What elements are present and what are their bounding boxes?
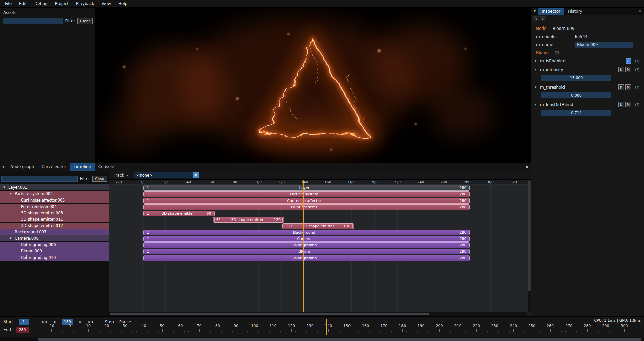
track-bar-point-renderer-1[interactable]: 1Point renderer280 <box>143 204 470 210</box>
node-id-label: m_nodeId <box>536 34 571 39</box>
viewport-3d-preview[interactable] <box>96 8 531 163</box>
inspector-close-icon[interactable]: × <box>636 9 644 14</box>
menu-item-debug[interactable]: Debug <box>31 0 51 7</box>
tab-inspector[interactable]: Inspector <box>538 8 564 15</box>
curve-button[interactable]: M <box>625 84 631 90</box>
chevron-down-icon[interactable]: ▼ <box>10 192 15 195</box>
tree-item-particle-system-002[interactable]: ▼Particle system.002 <box>0 191 109 197</box>
value-field-m-intensity[interactable]: 15.000 <box>541 75 611 81</box>
value-field-m-lensdirtblend[interactable]: 0.714 <box>541 110 611 116</box>
menu-item-playback[interactable]: Playback <box>72 0 98 7</box>
help-icon[interactable]: (?) <box>634 59 639 63</box>
ruler-tick <box>317 331 318 332</box>
panel-options-icon[interactable]: ▼ <box>0 165 7 168</box>
menu-item-project[interactable]: Project <box>51 0 72 7</box>
scrollbar-thumb[interactable] <box>38 338 641 341</box>
nav-back-button[interactable]: < <box>533 16 539 21</box>
timeline-filter-input[interactable] <box>1 176 78 182</box>
ruler-tick <box>443 331 443 332</box>
panel-options-icon[interactable]: ▼ <box>531 10 538 13</box>
help-icon[interactable]: (?) <box>634 103 639 107</box>
transport-playhead[interactable] <box>326 319 327 335</box>
assets-filter-input[interactable] <box>3 18 63 24</box>
tree-item-color-grading-010[interactable]: ▼Color grading.010 <box>0 254 109 261</box>
tree-item-bloom-009[interactable]: ▼Bloom.009 <box>0 248 109 254</box>
timeline-playhead[interactable] <box>303 180 304 312</box>
tree-item-camera-008[interactable]: ▼Camera.008 <box>0 235 109 241</box>
transport-scrollbar[interactable] <box>0 337 644 341</box>
chevron-down-icon[interactable]: ▼ <box>10 237 15 240</box>
transport-ruler-label: 300 <box>621 324 628 328</box>
tree-item-3d-shape-emitter-003[interactable]: ▼3D shape emitter.003 <box>0 210 109 216</box>
tree-item-background-007[interactable]: ▼Background.007 <box>0 229 109 235</box>
tree-item-point-renderer-004[interactable]: ▼Point renderer.004 <box>0 204 109 210</box>
tree-item-3d-shape-emitter-011[interactable]: ▼3D shape emitter.011 <box>0 216 109 222</box>
chevron-down-icon[interactable]: ▼ <box>193 172 199 178</box>
name-input[interactable]: Bloom.009 <box>575 42 633 48</box>
ruler-tick <box>55 331 55 332</box>
chevron-down-icon[interactable]: ▼ <box>535 86 540 89</box>
curve-button[interactable]: M <box>625 102 631 107</box>
ruler-tick <box>502 331 502 332</box>
tab-curve-editor[interactable]: Curve editor <box>38 163 70 171</box>
scrollbar-thumb[interactable] <box>528 180 531 291</box>
timeline-hscrollbar[interactable] <box>109 312 527 316</box>
ruler-tick <box>380 331 381 332</box>
timeline-clear-button[interactable]: Clear <box>92 176 107 182</box>
timeline-ruler[interactable]: -200204060801001201401601802002202402602… <box>109 180 531 185</box>
track-bar-particle-system-1[interactable]: 1Particle system280 <box>143 191 470 197</box>
ruler-tick <box>565 331 566 332</box>
timeline-tracks-area[interactable]: 1Layer2801Particle system2801Curl noise … <box>109 185 531 312</box>
track-bar-3d-shape-emitter-61[interactable]: 613D shape emitter120 <box>213 217 284 223</box>
track-bar-3d-shape-emitter-121[interactable]: 1213D shape emitter180 <box>282 223 354 229</box>
keyframe-button[interactable]: K <box>618 102 624 107</box>
scrollbar-thumb[interactable] <box>110 313 429 315</box>
track-bar-3d-shape-emitter-1[interactable]: 13D shape emitter60 <box>143 211 214 216</box>
chevron-down-icon[interactable]: ▼ <box>535 68 540 71</box>
tree-item-curl-noise-affector-005[interactable]: ▼Curl noise affector.005 <box>0 197 109 203</box>
menu-item-help[interactable]: Help <box>115 0 131 7</box>
track-bar-curl-noise-affector-1[interactable]: 1Curl noise affector280 <box>143 198 470 204</box>
timeline-filter-button[interactable]: Filter <box>80 176 90 181</box>
chevron-down-icon[interactable]: ▼ <box>535 60 540 62</box>
ruler-tick <box>454 331 454 332</box>
ruler-tick <box>273 329 273 332</box>
help-icon[interactable]: (?) <box>555 51 560 55</box>
track-selector-dropdown[interactable]: <none> ▼ <box>134 172 199 178</box>
tab-node-graph[interactable]: Node graph <box>7 163 38 171</box>
track-bar-color-grading-1[interactable]: 1Color grading280 <box>143 242 470 248</box>
track-bar-bloom-1[interactable]: 1Bloom280 <box>143 249 470 254</box>
nav-forward-button[interactable]: > <box>540 16 546 21</box>
help-icon[interactable]: (?) <box>634 86 639 89</box>
tab-timeline[interactable]: Timeline <box>70 163 95 171</box>
tree-item-3d-shape-emitter-012[interactable]: ▼3D shape emitter.012 <box>0 223 109 229</box>
curve-button[interactable]: M <box>625 67 631 72</box>
track-bar-background-1[interactable]: 1Background280 <box>143 230 470 235</box>
keyframe-button[interactable]: K <box>618 84 624 90</box>
tab-console[interactable]: Console <box>95 163 118 171</box>
assets-clear-button[interactable]: Clear <box>77 18 93 24</box>
chevron-down-icon[interactable]: ▼ <box>535 103 540 106</box>
chevron-down-icon[interactable]: ▼ <box>3 186 8 189</box>
ruler-tick <box>103 331 103 332</box>
tree-item-layer-001[interactable]: ▼Layer.001 <box>0 184 109 190</box>
menu-item-view[interactable]: View <box>98 0 114 7</box>
timeline-vscrollbar[interactable] <box>528 180 531 312</box>
transport-ruler[interactable]: -100102030405060708090100110120130140150… <box>0 323 644 334</box>
track-bar-camera-1[interactable]: 1Camera280 <box>143 236 470 242</box>
clip-label: Camera <box>149 237 459 241</box>
menu-item-edit[interactable]: Edit <box>15 0 31 7</box>
bottom-panel-close-icon[interactable]: × <box>523 164 531 169</box>
menu-item-file[interactable]: File <box>1 0 15 7</box>
track-bar-color-grading-1[interactable]: 1Color grading280 <box>143 255 470 261</box>
value-field-m-threshold[interactable]: 0.000 <box>541 92 611 98</box>
clip-start-frame: 121 <box>286 224 293 228</box>
ruler-tick <box>351 331 351 332</box>
assets-filter-button[interactable]: Filter <box>65 19 75 23</box>
checkbox-m-isenabled[interactable]: ✓ <box>626 58 631 64</box>
tree-item-color-grading-006[interactable]: ▼Color grading.006 <box>0 242 109 248</box>
keyframe-button[interactable]: K <box>618 67 624 72</box>
track-bar-layer-1[interactable]: 1Layer280 <box>143 185 470 191</box>
tab-history[interactable]: History <box>564 8 586 15</box>
help-icon[interactable]: (?) <box>634 68 639 72</box>
